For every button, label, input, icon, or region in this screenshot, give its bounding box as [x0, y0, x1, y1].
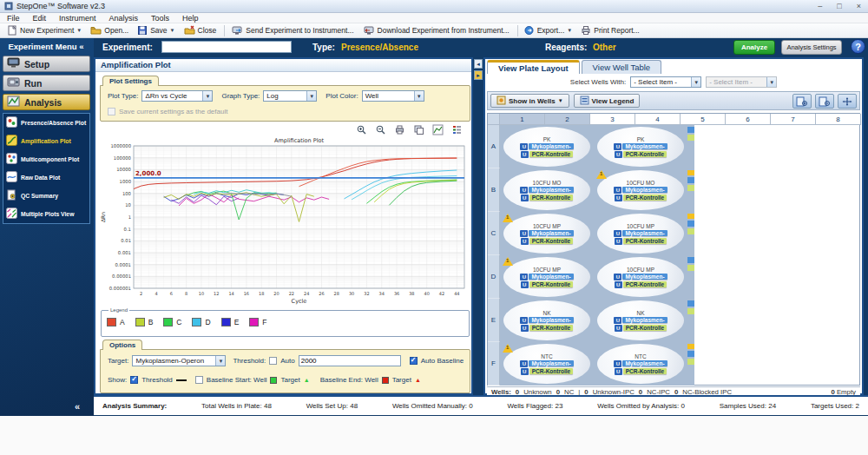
- sidebar-section-setup[interactable]: Setup: [3, 56, 90, 72]
- svg-text:0.001: 0.001: [118, 250, 131, 255]
- fit-wells-icon[interactable]: [838, 94, 857, 109]
- well-E1[interactable]: NKUMykoplasmen-UPCR-Kontrolle: [500, 299, 594, 342]
- plate-grid[interactable]: 12345678ABCDEFPKUMykoplasmen-UPCR-Kontro…: [487, 113, 860, 386]
- panel-splitter[interactable]: ◄ ►: [473, 57, 483, 395]
- sidebar-item-qc-summary[interactable]: QC Summary: [3, 187, 89, 205]
- analyze-button[interactable]: Analyze: [733, 40, 775, 55]
- analysis-settings-button[interactable]: Analysis Settings: [781, 40, 842, 55]
- toolbar-print-report-button[interactable]: Print Report...: [577, 24, 644, 36]
- collapse-left-arrow[interactable]: ◄: [474, 59, 483, 69]
- well-C1[interactable]: 10CFU MPUMykoplasmen-UPCR-Kontrolle: [500, 212, 594, 255]
- column-header-1[interactable]: 1: [500, 114, 545, 125]
- menu-help[interactable]: Help: [182, 14, 199, 23]
- sidebar-item-presence-absence-plot[interactable]: Presence/Absence Plot: [3, 114, 89, 132]
- toolbar-button-label: Download Experiment from Instrument...: [378, 26, 510, 35]
- toolbar-open-button[interactable]: Open...: [87, 24, 134, 36]
- baseline-start-checkbox[interactable]: [195, 376, 203, 384]
- target-select[interactable]: Mykoplasmen-Operon▼: [132, 355, 226, 366]
- well-B1[interactable]: 10CFU MOUMykoplasmen-UPCR-Kontrolle: [500, 168, 594, 212]
- tab-view-well-table[interactable]: View Well Table: [582, 60, 662, 74]
- well-A2[interactable]: PKUMykoplasmen-UPCR-Kontrolle: [594, 125, 687, 168]
- maximize-button[interactable]: □: [837, 1, 841, 12]
- sidebar-item-amplification-plot[interactable]: Amplification Plot: [3, 132, 89, 150]
- well-sample-name: NK: [636, 310, 644, 316]
- column-header-7[interactable]: 7: [771, 114, 816, 125]
- well-C2[interactable]: 10CFU MPUMykoplasmen-UPCR-Kontrolle: [594, 212, 687, 255]
- toolbar-send-experiment-to-instrument-button[interactable]: Send Experiment to Instrument...: [227, 24, 358, 36]
- menu-instrument[interactable]: Instrument: [59, 14, 96, 23]
- sidebar-item-raw-data-plot[interactable]: Raw Data Plot: [3, 168, 89, 187]
- sidebar-item-multicomponent-plot[interactable]: Multicomponent Plot: [3, 150, 89, 168]
- menu-tools[interactable]: Tools: [151, 14, 169, 23]
- select-wells-dropdown-1[interactable]: - Select Item -▼: [630, 76, 701, 88]
- zoom-out-wells-icon[interactable]: [815, 94, 834, 109]
- row-header-F[interactable]: F: [488, 342, 500, 386]
- sidebar-section-run[interactable]: Run: [3, 75, 90, 91]
- well-A1[interactable]: PKUMykoplasmen-UPCR-Kontrolle: [500, 125, 594, 168]
- well-E2[interactable]: NKUMykoplasmen-UPCR-Kontrolle: [594, 299, 687, 342]
- row-header-A[interactable]: A: [488, 125, 500, 168]
- sidebar-collapse-icon[interactable]: «: [75, 401, 80, 412]
- well-F1[interactable]: NTCUMykoplasmen-UPCR-Kontrolle: [500, 342, 594, 386]
- view-legend-button[interactable]: View Legend: [574, 94, 641, 108]
- menu-analysis[interactable]: Analysis: [109, 14, 139, 23]
- well-D1[interactable]: 10CFU MPUMykoplasmen-UPCR-Kontrolle: [500, 255, 594, 299]
- baseline-start-target-marker: ▲: [304, 377, 310, 383]
- column-header-6[interactable]: 6: [726, 114, 771, 125]
- toolbar-download-experiment-from-instrument-button[interactable]: Download Experiment from Instrument...: [359, 24, 515, 36]
- save-default-checkbox[interactable]: [108, 108, 115, 115]
- expand-right-arrow[interactable]: ►: [474, 70, 483, 80]
- collapse-menu-icon[interactable]: «: [79, 42, 83, 51]
- plot-color-select[interactable]: Well▼: [362, 90, 424, 102]
- reagents-label: Reagents:: [545, 43, 587, 52]
- toolbar-separator: [224, 25, 225, 36]
- well-B2[interactable]: 10CFU MOUMykoplasmen-UPCR-Kontrolle: [594, 168, 687, 212]
- graph-type-select[interactable]: Log▼: [263, 90, 317, 102]
- column-header-4[interactable]: 4: [635, 114, 681, 125]
- plot-type-select[interactable]: ΔRn vs Cycle▼: [141, 90, 213, 102]
- experiment-name-input[interactable]: [161, 41, 292, 53]
- toolbar-export-button[interactable]: Export...▼: [521, 24, 578, 36]
- well-content: NTCUMykoplasmen-UPCR-Kontrolle: [500, 342, 594, 386]
- column-header-3[interactable]: 3: [590, 114, 635, 125]
- sidebar-section-analysis[interactable]: Analysis: [3, 94, 90, 110]
- amplification-chart[interactable]: Amplification Plot1000000100000100001000…: [99, 135, 471, 307]
- well-target-badge: UPCR-Kontrolle: [521, 325, 573, 332]
- column-header-8[interactable]: 8: [816, 114, 861, 125]
- menu-edit[interactable]: Edit: [33, 14, 47, 23]
- toolbar-button-label: Export...: [537, 26, 565, 35]
- plot-settings-tab[interactable]: Plot Settings: [102, 76, 159, 86]
- well-F2[interactable]: NTCUMykoplasmen-UPCR-Kontrolle: [594, 342, 687, 386]
- toolbar-new-experiment-button[interactable]: New Experiment▼: [3, 24, 87, 36]
- row-header-B[interactable]: B: [488, 168, 500, 212]
- row-header-E[interactable]: E: [488, 299, 500, 342]
- threshold-value-input[interactable]: [299, 355, 401, 366]
- tab-view-plate-layout[interactable]: View Plate Layout: [487, 60, 580, 74]
- well-D2[interactable]: 10CFU MPUMykoplasmen-UPCR-Kontrolle: [594, 255, 687, 299]
- row-header-C[interactable]: C: [488, 212, 500, 255]
- target-flag-icon: U: [615, 238, 622, 245]
- row-header-D[interactable]: D: [488, 255, 500, 299]
- toolbar-button-label: Save: [150, 26, 167, 35]
- threshold-auto-checkbox[interactable]: [269, 357, 277, 365]
- close-button[interactable]: ×: [857, 1, 861, 12]
- column-header-5[interactable]: 5: [681, 114, 726, 125]
- auto-baseline-checkbox[interactable]: [410, 357, 418, 365]
- well-sliver-E3: [687, 299, 694, 342]
- toolbar-close-button[interactable]: Close: [181, 24, 222, 36]
- show-threshold-checkbox[interactable]: [130, 376, 138, 384]
- minimize-button[interactable]: –: [818, 1, 822, 12]
- menu-file[interactable]: File: [7, 14, 20, 23]
- well-sample-name: NTC: [541, 353, 552, 359]
- help-icon[interactable]: ?: [851, 39, 865, 54]
- zoom-in-wells-icon[interactable]: [792, 94, 812, 109]
- sidebar-item-multiple-plots-view[interactable]: Multiple Plots View: [3, 205, 89, 223]
- svg-text:8: 8: [185, 291, 187, 296]
- save-default-label: Save current settings as the default: [119, 108, 227, 115]
- toolbar-save-button[interactable]: Save▼: [134, 24, 180, 36]
- analysis-icon: [7, 96, 20, 109]
- column-header-2[interactable]: 2: [545, 114, 590, 125]
- well-target-badge: UMykoplasmen-: [520, 317, 573, 324]
- show-in-wells-button[interactable]: Show in Wells ▼: [490, 94, 569, 108]
- options-tab[interactable]: Options: [102, 340, 142, 350]
